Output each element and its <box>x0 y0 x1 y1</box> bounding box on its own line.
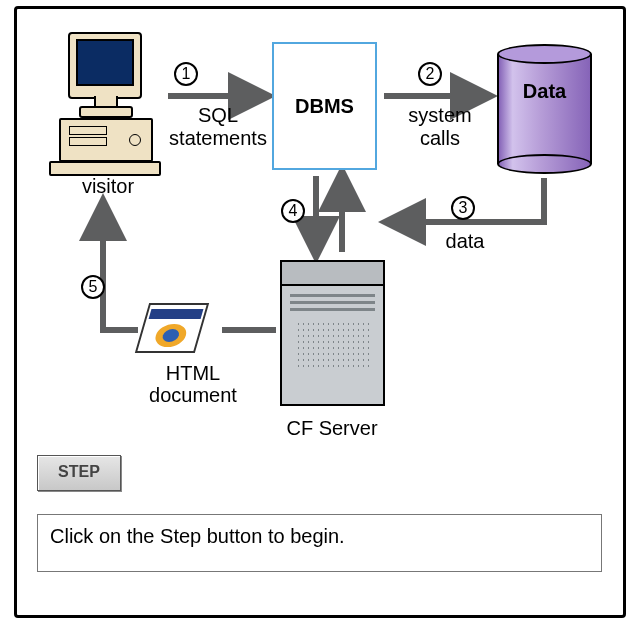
edge-label-2: systemcalls <box>395 104 485 150</box>
step-button[interactable]: STEP <box>37 455 121 491</box>
data-label: Data <box>497 80 592 103</box>
edge-label-1: SQLstatements <box>163 104 273 150</box>
visitor-label: visitor <box>68 175 148 198</box>
visitor-computer-icon <box>43 32 161 192</box>
edge-label-3: data <box>425 230 505 253</box>
instruction-text: Click on the Step button to begin. <box>37 514 602 572</box>
step-badge-3: 3 <box>451 196 475 220</box>
step-badge-1: 1 <box>174 62 198 86</box>
data-cylinder-icon: Data <box>497 44 592 174</box>
dbms-box: DBMS <box>272 42 377 170</box>
cf-server-label: CF Server <box>271 417 393 440</box>
step-badge-2: 2 <box>418 62 442 86</box>
html-document-label: HTMLdocument <box>138 362 248 406</box>
dbms-label: DBMS <box>274 95 375 118</box>
html-document-icon <box>142 303 215 361</box>
step-badge-4: 4 <box>281 199 305 223</box>
cf-server-icon <box>280 260 385 408</box>
step-badge-5: 5 <box>81 275 105 299</box>
